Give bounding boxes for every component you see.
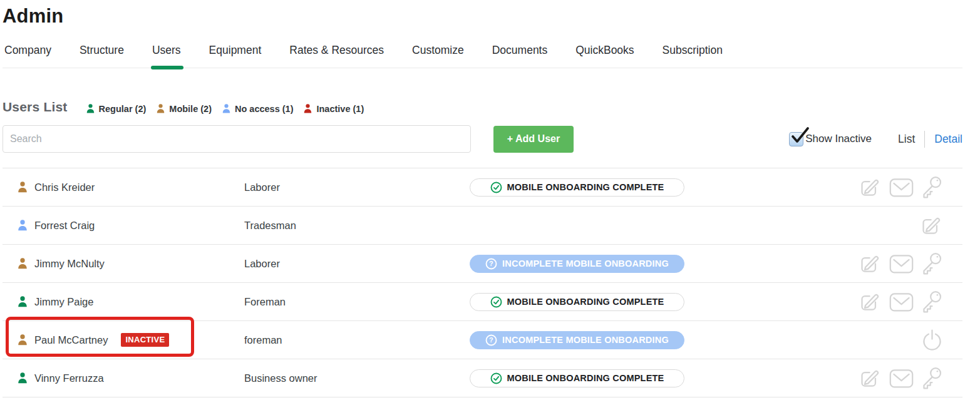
- tab-customize[interactable]: Customize: [412, 44, 464, 68]
- legend-label: No access (1): [235, 104, 294, 114]
- user-role: Foreman: [244, 296, 470, 308]
- user-row-chris-kreider: Chris KreiderLaborerMOBILE ONBOARDING CO…: [3, 168, 962, 207]
- onboarding-badge-cell: ?INCOMPLETE MOBILE ONBOARDING: [470, 331, 684, 349]
- svg-text:?: ?: [489, 336, 493, 344]
- user-row-jimmy-mcnulty: Jimmy McNultyLaborer?INCOMPLETE MOBILE O…: [3, 245, 962, 283]
- tab-structure[interactable]: Structure: [80, 44, 124, 68]
- legend-item-mobile-2: Mobile (2): [155, 103, 212, 114]
- user-name: Forrest Craig: [34, 220, 95, 232]
- view-toggle-divider: [924, 131, 925, 148]
- check-circle-icon: [490, 182, 502, 193]
- users-list-heading: Users List: [3, 100, 68, 115]
- tab-equipment[interactable]: Equipment: [209, 44, 262, 68]
- edit-icon[interactable]: [857, 365, 884, 391]
- admin-tabs: CompanyStructureUsersEquipmentRates & Re…: [3, 44, 962, 68]
- key-icon[interactable]: [919, 289, 945, 315]
- user-name: Vinny Ferruzza: [34, 372, 104, 384]
- user-icon: [16, 181, 29, 193]
- user-name: Jimmy Paige: [34, 296, 93, 308]
- user-icon: [16, 372, 29, 384]
- onboarding-badge-complete: MOBILE ONBOARDING COMPLETE: [470, 178, 684, 197]
- tab-rates-resources[interactable]: Rates & Resources: [289, 44, 384, 68]
- legend-item-inactive-1: Inactive (1): [302, 103, 364, 114]
- onboarding-badge-complete: MOBILE ONBOARDING COMPLETE: [470, 369, 684, 387]
- question-circle-icon: ?: [485, 334, 497, 346]
- user-name: Chris Kreider: [34, 182, 95, 193]
- tab-documents[interactable]: Documents: [492, 44, 548, 68]
- check-circle-icon: [490, 372, 502, 384]
- show-inactive-checkbox[interactable]: [789, 132, 803, 146]
- user-role: Business owner: [244, 372, 470, 384]
- view-controls: Show Inactive List Detail: [789, 131, 962, 148]
- row-actions: [857, 174, 962, 200]
- tab-quickbooks[interactable]: QuickBooks: [575, 44, 634, 68]
- edit-icon[interactable]: [857, 174, 884, 200]
- legend-item-no-access-1: No access (1): [221, 103, 294, 114]
- svg-text:?: ?: [489, 260, 493, 267]
- user-role: foreman: [244, 334, 470, 346]
- user-icon: [155, 103, 166, 114]
- users-list-header: Users List Regular (2)Mobile (2)No acces…: [3, 100, 962, 115]
- user-name-cell: Chris Kreider: [3, 181, 244, 193]
- legend-item-regular-2: Regular (2): [85, 103, 147, 114]
- view-toggle: List Detail: [898, 131, 962, 148]
- power-icon[interactable]: [919, 327, 945, 353]
- tab-company[interactable]: Company: [4, 44, 51, 68]
- check-circle-icon: [490, 296, 502, 308]
- user-icon: [16, 295, 29, 308]
- page-title: Admin: [3, 5, 962, 28]
- onboarding-badge-incomplete: ?INCOMPLETE MOBILE ONBOARDING: [470, 331, 684, 349]
- user-icon: [302, 103, 313, 114]
- legend-label: Regular (2): [99, 104, 147, 114]
- edit-icon[interactable]: [919, 212, 945, 238]
- user-type-legend: Regular (2)Mobile (2)No access (1)Inacti…: [85, 100, 364, 114]
- user-icon: [85, 103, 96, 114]
- user-name-cell: Jimmy Paige: [3, 295, 244, 308]
- user-role: Laborer: [244, 258, 470, 270]
- row-actions: [857, 289, 962, 315]
- user-icon: [16, 334, 29, 346]
- user-name: Paul McCartney: [34, 334, 108, 346]
- tab-users[interactable]: Users: [152, 44, 181, 68]
- users-toolbar: + Add User Show Inactive List Detail: [3, 125, 962, 153]
- key-icon[interactable]: [919, 174, 945, 200]
- mail-icon[interactable]: [888, 250, 914, 277]
- view-list-option[interactable]: List: [898, 133, 915, 146]
- user-icon: [221, 103, 232, 114]
- key-icon[interactable]: [919, 365, 945, 391]
- add-user-button[interactable]: + Add User: [493, 126, 574, 153]
- onboarding-badge-incomplete: ?INCOMPLETE MOBILE ONBOARDING: [470, 255, 684, 273]
- onboarding-badge-label: MOBILE ONBOARDING COMPLETE: [507, 373, 664, 383]
- row-actions: [919, 212, 962, 238]
- onboarding-badge-label: MOBILE ONBOARDING COMPLETE: [507, 182, 664, 192]
- edit-icon[interactable]: [857, 289, 884, 315]
- tab-subscription[interactable]: Subscription: [663, 44, 723, 68]
- user-name-cell: Jimmy McNulty: [3, 257, 244, 270]
- mail-icon[interactable]: [888, 174, 914, 200]
- user-name: Jimmy McNulty: [34, 258, 105, 270]
- legend-label: Mobile (2): [169, 104, 212, 114]
- mail-icon[interactable]: [888, 289, 914, 315]
- row-actions: [919, 327, 962, 353]
- search-input[interactable]: [3, 125, 471, 153]
- user-row-vinny-ferruzza: Vinny FerruzzaBusiness ownerMOBILE ONBOA…: [3, 359, 962, 397]
- show-inactive-label[interactable]: Show Inactive: [805, 133, 872, 145]
- key-icon[interactable]: [919, 250, 945, 277]
- onboarding-badge-complete: MOBILE ONBOARDING COMPLETE: [470, 293, 684, 311]
- inactive-status-badge: INACTIVE: [121, 333, 169, 347]
- users-list: Chris KreiderLaborerMOBILE ONBOARDING CO…: [3, 168, 962, 397]
- onboarding-badge-label: INCOMPLETE MOBILE ONBOARDING: [502, 259, 669, 269]
- user-role: Laborer: [244, 182, 470, 193]
- user-name-cell: Paul McCartneyINACTIVE: [3, 333, 244, 347]
- legend-label: Inactive (1): [316, 104, 364, 114]
- checkmark-icon: [790, 126, 809, 146]
- user-row-jimmy-paige: Jimmy PaigeForemanMOBILE ONBOARDING COMP…: [3, 283, 962, 321]
- user-icon: [16, 219, 29, 232]
- mail-icon[interactable]: [888, 365, 914, 391]
- user-icon: [16, 257, 29, 270]
- view-detail-option[interactable]: Detail: [934, 133, 962, 146]
- onboarding-badge-label: INCOMPLETE MOBILE ONBOARDING: [502, 335, 669, 345]
- row-actions: [857, 365, 962, 391]
- user-name-cell: Forrest Craig: [3, 219, 244, 232]
- edit-icon[interactable]: [857, 250, 884, 277]
